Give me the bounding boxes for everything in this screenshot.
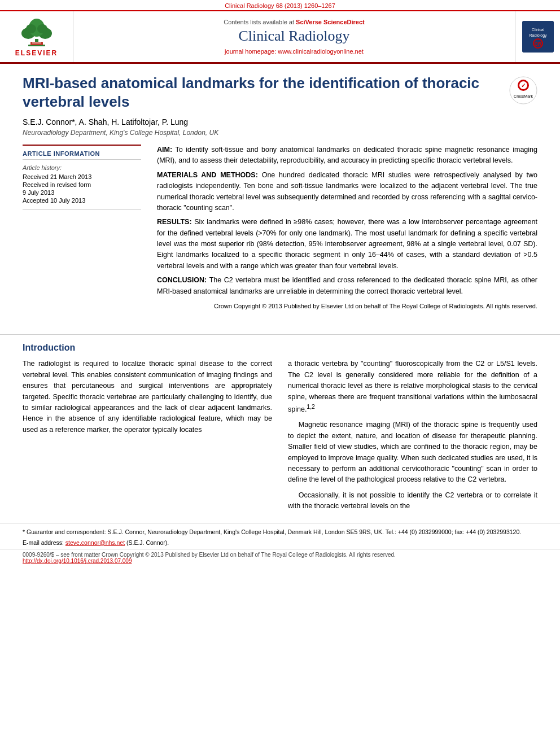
svg-rect-9 [32,43,41,44]
article-title: MRI-based anatomical landmarks for the i… [23,74,498,111]
copyright-text: Crown Copyright © 2013 Published by Else… [214,303,537,309]
journal-homepage: journal homepage: www.clinicalradiologyo… [225,48,364,55]
bottom-bar: 0009-9260/$ – see front matter Crown Cop… [0,549,560,566]
abstract-text: AIM: To identify soft-tissue and bony an… [157,145,537,297]
footnote-guarantor-text: * Guarantor and correspondent: S.E.J. Co… [23,528,521,535]
abstract-column: AIM: To identify soft-tissue and bony an… [157,145,537,311]
article-content: MRI-based anatomical landmarks for the i… [0,64,560,326]
introduction-heading: Introduction [23,343,537,353]
abstract-conclusion: CONCLUSION: The C2 vertebra must be iden… [157,275,537,297]
doi-link[interactable]: http://dx.doi.org/10.1016/j.crad.2013.07… [23,558,132,564]
top-bar: Clinical Radiology 68 (2013) 1260–1267 [0,0,560,11]
copyright-line: Crown Copyright © 2013 Published by Else… [157,302,537,311]
introduction-section: Introduction The radiologist is required… [0,343,560,516]
svg-point-6 [37,24,47,33]
doi-line: http://dx.doi.org/10.1016/j.crad.2013.07… [23,558,537,564]
sciverse-link[interactable]: SciVerse ScienceDirect [296,19,365,25]
article-history-label: Article history: [23,164,141,171]
article-info-column: ARTICLE INFORMATION Article history: Rec… [23,145,141,311]
article-title-row: MRI-based anatomical landmarks for the i… [23,74,537,111]
article-info-title: ARTICLE INFORMATION [23,150,141,160]
abstract-methods: MATERIALS AND METHODS: One hundred dedic… [157,170,537,214]
journal-citation: Clinical Radiology 68 (2013) 1260–1267 [225,2,335,9]
bottom-bar-content: 0009-9260/$ – see front matter Crown Cop… [23,552,537,564]
svg-point-5 [26,24,36,33]
article-history-item-2: 9 July 2013 [23,189,141,196]
article-history-item-0: Received 21 March 2013 [23,173,141,180]
footnote-email: E-mail address: steve.connor@nhs.net (S.… [23,539,537,547]
article-info-box: ARTICLE INFORMATION Article history: Rec… [23,145,141,210]
footnote-email-label: E-mail address: [23,539,65,546]
footnote-email-link[interactable]: steve.connor@nhs.net [65,539,125,546]
article-authors: S.E.J. Connor*, A. Shah, H. Latifoltojar… [23,117,537,126]
intro-para-1: a thoracic vertebra by "counting" fluoro… [288,359,537,415]
svg-text:Radiology: Radiology [529,33,547,38]
article-affiliation: Neuroradiology Department, King's Colleg… [23,129,537,137]
homepage-link[interactable]: www.clinicalradiologyonline.net [278,48,364,55]
article-history-item-3: Accepted 10 July 2013 [23,197,141,204]
sciverse-line: Contents lists available at SciVerse Sci… [224,19,365,25]
svg-text:CrossMark: CrossMark [514,94,533,98]
cr-logo-icon: Clinical Radiology CR [522,21,554,53]
journal-name: Clinical Radiology [238,28,349,45]
homepage-label: journal homepage: [225,48,278,55]
issn-text: 0009-9260/$ – see front matter Crown Cop… [23,552,537,558]
section-divider [0,334,560,335]
elsevier-tree-icon [17,16,56,47]
svg-rect-8 [32,42,41,43]
abstract-results: RESULTS: Six landmarks were defined in ≥… [157,217,537,272]
article-history-item-1: Received in revised form [23,181,141,188]
svg-text:✓: ✓ [521,82,526,89]
abstract-aim: AIM: To identify soft-tissue and bony an… [157,145,537,167]
abstract-methods-label: MATERIALS AND METHODS: [157,171,262,179]
footnote-email-suffix: (S.E.J. Connor). [125,539,169,546]
footnote-guarantor: * Guarantor and correspondent: S.E.J. Co… [23,528,537,536]
intro-right-col: a thoracic vertebra by "counting" fluoro… [288,359,537,516]
article-body-two-col: ARTICLE INFORMATION Article history: Rec… [23,145,537,311]
journal-header: ELSEVIER Contents lists available at Sci… [0,11,560,64]
abstract-results-content: Six landmarks were defined in ≥98% cases… [157,218,537,270]
introduction-two-col: The radiologist is required to localize … [23,359,537,516]
sciverse-text: Contents lists available at [224,19,296,25]
svg-text:Clinical: Clinical [531,28,544,32]
elsevier-brand: ELSEVIER [15,49,58,57]
footnotes: * Guarantor and correspondent: S.E.J. Co… [0,523,560,547]
intro-para-3: Occasionally, it is not possible to iden… [288,490,537,512]
journal-center: Contents lists available at SciVerse Sci… [73,11,515,62]
abstract-conclusion-content: The C2 vertebra must be identified and c… [157,276,537,295]
elsevier-logo-box: ELSEVIER [0,11,73,62]
intro-left-col: The radiologist is required to localize … [23,359,272,516]
journal-logo-box: Clinical Radiology CR [515,11,560,62]
abstract-results-label: RESULTS: [157,218,194,226]
cr-logo: Clinical Radiology CR [522,21,554,53]
crossmark-icon: ✓ CrossMark [509,76,537,104]
intro-para-2: Magnetic resonance imaging (MRI) of the … [288,420,537,485]
svg-text:CR: CR [534,41,541,47]
abstract-aim-content: To identify soft-tissue and bony anatomi… [157,146,537,164]
abstract-conclusion-label: CONCLUSION: [157,276,209,284]
intro-para-0: The radiologist is required to localize … [23,359,272,435]
abstract-aim-label: AIM: [157,146,176,154]
